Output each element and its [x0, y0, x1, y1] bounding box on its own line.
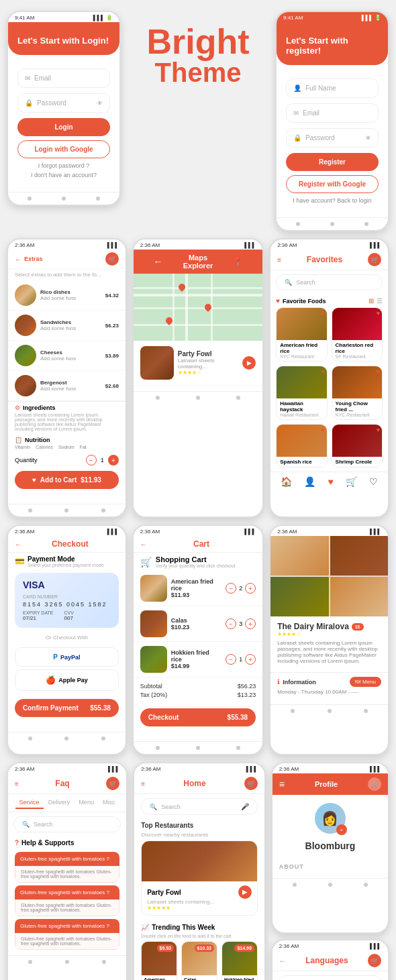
extra-item-2-desc: Add some funs — [40, 325, 101, 331]
detail-food-img-3 — [270, 577, 328, 616]
detail-food-img-1 — [270, 536, 328, 576]
cart-item-3-qty[interactable]: − 1 + — [226, 654, 256, 665]
favorites-cart-icon[interactable]: 🛒 — [368, 253, 381, 266]
fav-item-4[interactable]: ♥ Young Chow fried ... NYC Restaurant — [332, 366, 383, 420]
cart-item-1-qty[interactable]: − 2 + — [226, 583, 256, 594]
extras-phone-nav — [8, 504, 126, 516]
cart-item-2-plus[interactable]: + — [245, 618, 256, 629]
fav-item-1[interactable]: ♥ American fried rice NYC Restaurant — [276, 307, 327, 362]
login-status-bar: 9:41 AM ▌▌▌ 🔋 — [8, 12, 119, 22]
cart-item-1-minus[interactable]: − — [226, 583, 236, 594]
nav-back-r[interactable] — [296, 222, 300, 226]
extra-item-3-img — [15, 345, 36, 366]
faq-tab-service[interactable]: Service — [15, 797, 44, 809]
nav-recent[interactable] — [96, 197, 100, 201]
cart-item-2-minus[interactable]: − — [226, 618, 236, 629]
login-button[interactable]: Login — [17, 118, 110, 136]
cart-item-1-plus[interactable]: + — [245, 583, 256, 594]
extra-item-2-img — [15, 315, 36, 336]
cart-item-1: American fried rice $11.93 − 2 + — [134, 571, 262, 606]
nav-recent-r[interactable] — [364, 222, 368, 226]
info-section-title: Information — [283, 679, 316, 686]
maps-navigate-icon[interactable]: ▶ — [242, 356, 256, 370]
paypal-button[interactable]: P PayPal — [15, 647, 119, 667]
cart-item-3-name: Hokkien fried rice — [171, 649, 221, 663]
languages-search[interactable]: 🔍 Search — [278, 975, 383, 980]
quantity-stepper[interactable]: − 1 + — [86, 455, 119, 466]
nav-heart-active-icon[interactable]: ♥ — [328, 476, 333, 487]
google-register-button[interactable]: Register with Google — [286, 175, 379, 193]
forgot-password-link[interactable]: I forgot password ? — [17, 162, 110, 169]
profile-menu-icon[interactable]: ≡ — [279, 779, 285, 790]
fav-item-2[interactable]: ♥ Charleston red rice SF Restaurant — [332, 307, 383, 362]
faq-search[interactable]: 🔍 Search — [13, 816, 121, 832]
languages-back-icon[interactable]: ← — [279, 957, 286, 965]
faq-tab-misc[interactable]: Misc — [99, 797, 119, 809]
add-to-cart-button[interactable]: ♥ Add to Cart $11.93 — [15, 471, 119, 489]
applepay-button[interactable]: 🍎 Apple Pay — [15, 669, 119, 691]
home-cart-icon[interactable]: 🛒 — [244, 777, 258, 790]
cart-item-3-minus[interactable]: − — [226, 654, 236, 665]
nav-heart2-icon[interactable]: ♡ — [369, 476, 378, 487]
cart-item-3-plus[interactable]: + — [245, 654, 256, 665]
cart-back-icon[interactable]: ← — [140, 541, 147, 548]
qty-plus[interactable]: + — [108, 455, 119, 466]
email-input[interactable]: ✉ Email — [17, 68, 110, 88]
cart-item-2-qty[interactable]: − 3 + — [226, 618, 256, 629]
register-password-input[interactable]: 🔒 Password 👁 — [286, 128, 379, 148]
nav-home[interactable] — [62, 197, 66, 201]
maps-phone-nav — [134, 391, 262, 404]
cart-item-1-img — [140, 575, 167, 602]
detail-food-img-4 — [330, 577, 388, 616]
extra-item-1-price: $4.32 — [105, 292, 119, 298]
extra-item-3-price: $3.89 — [105, 353, 119, 359]
favorites-search[interactable]: 🔍 Search — [276, 274, 383, 290]
nav-back[interactable] — [28, 197, 32, 201]
menu-button[interactable]: 🍽 Menu — [350, 677, 381, 687]
languages-cart-icon[interactable]: 🛒 — [368, 954, 381, 967]
fav-item-6[interactable]: ♥ Shrimp Creole — [332, 424, 383, 468]
confirm-payment-button[interactable]: Confirm Payment $55.38 — [15, 699, 119, 717]
faq-tab-delivery[interactable]: Delivery — [44, 797, 75, 809]
profile-nav — [273, 878, 388, 891]
maps-back-icon[interactable]: ← — [140, 256, 176, 267]
home-title: Home — [145, 779, 244, 788]
faq-q1[interactable]: Gluten-free spaghetti with tomatoes ? — [15, 852, 119, 866]
checkout-back-icon[interactable]: ← — [15, 541, 21, 548]
fav-item-3[interactable]: ♥ Hawaiian haystack Hawaii Restaurant — [276, 366, 327, 420]
faq-tab-menu[interactable]: Menu — [75, 797, 98, 809]
trending-item-2[interactable]: Calas $10.33 — [181, 941, 217, 980]
no-account-link[interactable]: I don't have an account? — [17, 172, 110, 178]
qty-minus[interactable]: − — [86, 455, 97, 466]
trending-item-1[interactable]: American fri... $9.93 — [141, 941, 177, 980]
faq-q3[interactable]: Gluten-free spaghetti with tomatoes ? — [15, 919, 119, 933]
fullname-input[interactable]: 👤 Full Name — [286, 78, 379, 98]
home-navigate-icon[interactable]: ▶ — [238, 885, 252, 899]
profile-edit-icon[interactable]: + — [336, 824, 347, 835]
faq-q2[interactable]: Gluten-free spaghetti with tomatoes ? — [15, 885, 119, 900]
maps-location-icon[interactable]: 📍 — [220, 257, 256, 266]
home-restaurant-card[interactable]: Party Fowl ▶ Latraset sheets containing.… — [141, 840, 258, 916]
nutrition-cols: Vitamin Calories Sodium Fat — [15, 445, 119, 449]
profile-cart-icon[interactable]: 🛒 — [368, 777, 381, 791]
google-login-button[interactable]: Login with Google — [17, 140, 110, 158]
extras-cart-icon[interactable]: 🛒 — [105, 252, 119, 266]
trending-item-3[interactable]: Hokkien fried ... $14.99 — [221, 941, 258, 980]
fav-item-5[interactable]: ♥ Spanish rice — [276, 424, 327, 468]
faq-item-1: Gluten-free spaghetti with tomatoes ? Gl… — [15, 852, 119, 883]
cart-item-3-price: $14.99 — [171, 663, 221, 669]
faq-cart-icon[interactable]: 🛒 — [106, 777, 119, 790]
register-email-input[interactable]: ✉ Email — [286, 103, 379, 123]
right-column: 2:36 AM ▌▌▌ ≡ Profile 🛒 👩 + Bloomburg AB… — [271, 762, 389, 980]
password-input[interactable]: 🔒 Password 👁 — [17, 93, 110, 113]
nav-person-icon[interactable]: 👤 — [304, 476, 315, 487]
nav-home-r[interactable] — [330, 222, 334, 226]
favorites-list-icon[interactable]: ☰ — [377, 297, 383, 305]
nav-shop-icon[interactable]: 🛒 — [346, 476, 357, 487]
back-to-login-link[interactable]: I have account? Back to login — [286, 197, 379, 204]
favorites-grid-icon[interactable]: ⊞ — [368, 297, 374, 305]
nav-home-icon[interactable]: 🏠 — [281, 476, 292, 487]
checkout-button[interactable]: Checkout $55.38 — [140, 708, 256, 726]
home-search[interactable]: 🔍 Search 🎤 — [141, 798, 258, 815]
register-button[interactable]: Register — [286, 153, 379, 171]
